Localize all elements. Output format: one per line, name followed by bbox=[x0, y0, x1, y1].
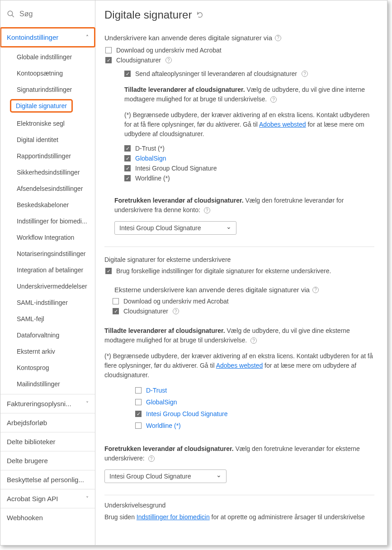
sidebar-item[interactable]: Elektroniske segl bbox=[0, 115, 95, 132]
checkbox-provider[interactable]: D-Trust (*) bbox=[124, 143, 374, 153]
checkbox-send-provider[interactable]: Send aftaleoplysninger til leverandøren … bbox=[124, 69, 374, 79]
preferred-provider-dropdown-ext[interactable]: Intesi Group Cloud Signature bbox=[104, 469, 227, 483]
checkbox-label: Intesi Group Cloud Signature bbox=[135, 165, 217, 172]
sidebar-item[interactable]: SAML-indstillinger bbox=[0, 294, 95, 311]
section-external-via: Eksterne underskrivere kan anvende deres… bbox=[114, 286, 374, 294]
checkbox-icon bbox=[113, 298, 119, 304]
nav-group[interactable]: Arbejdsforløb bbox=[0, 413, 95, 432]
nav-group[interactable]: Delte brugere bbox=[0, 451, 95, 470]
info-icon[interactable]: ? bbox=[165, 57, 172, 63]
info-icon[interactable]: ? bbox=[250, 337, 257, 344]
sidebar-item[interactable]: Beskedskabeloner bbox=[0, 197, 95, 213]
checkbox-label: Send aftaleoplysninger til leverandøren … bbox=[135, 70, 297, 77]
refresh-icon[interactable] bbox=[196, 11, 203, 19]
sidebar-item[interactable]: Globale indstillinger bbox=[0, 49, 95, 65]
nav-group-label: Webhooken bbox=[7, 514, 43, 522]
info-icon[interactable]: ? bbox=[173, 308, 179, 314]
checkbox-label: Download og underskriv med Acrobat bbox=[116, 47, 222, 54]
content: Digitale signaturer Underskrivere kan an… bbox=[95, 0, 387, 545]
preferred-provider-text: Foretrukken leverandør af cloudsignature… bbox=[114, 196, 374, 215]
svg-line-1 bbox=[12, 15, 14, 17]
nav-group-label: Delte brugere bbox=[7, 457, 48, 465]
section-external-signers: Digitale signaturer for eksterne undersk… bbox=[104, 256, 374, 263]
checkbox-icon bbox=[105, 57, 112, 63]
nav-group[interactable]: Faktureringsoplysni...˅ bbox=[0, 394, 95, 413]
search-row bbox=[0, 0, 95, 28]
nav-group-account-settings[interactable]: Kontoindstillinger ˄ bbox=[0, 28, 95, 47]
sidebar-item[interactable]: Sikkerhedsindstillinger bbox=[0, 164, 95, 180]
checkbox-label: D-Trust (*) bbox=[135, 145, 165, 152]
info-icon[interactable]: ? bbox=[270, 96, 277, 103]
adobe-website-link[interactable]: Adobes websted bbox=[259, 121, 306, 128]
sidebar-item[interactable]: Workflow Integration bbox=[0, 229, 95, 246]
adobe-website-link[interactable]: Adobes websted bbox=[216, 362, 263, 369]
info-icon[interactable]: ? bbox=[148, 455, 155, 462]
divider bbox=[104, 495, 374, 495]
nav-group-label: Kontoindstillinger bbox=[7, 33, 58, 41]
sidebar-item[interactable]: Integration af betalinger bbox=[0, 262, 95, 278]
checkbox-provider[interactable]: GlobalSign bbox=[135, 396, 374, 408]
checkbox-provider[interactable]: Intesi Group Cloud Signature bbox=[135, 408, 374, 420]
checkbox-icon bbox=[113, 308, 119, 314]
section-heading-text: Underskrivere kan anvende deres digitale… bbox=[104, 34, 272, 42]
sidebar-item[interactable]: Kontosprog bbox=[0, 360, 95, 376]
checkbox-label: Cloudsignaturer bbox=[116, 57, 161, 64]
checkbox-label: Brug forskellige indstillinger for digit… bbox=[116, 267, 331, 275]
sidebar-item[interactable]: Notariseringsindstillinger bbox=[0, 246, 95, 262]
checkbox-label: Intesi Group Cloud Signature bbox=[146, 410, 228, 417]
sidebar-item[interactable]: Underskrivermeddelelser bbox=[0, 278, 95, 294]
preferred-provider-dropdown[interactable]: Intesi Group Cloud Signature bbox=[114, 221, 236, 235]
sidebar-item[interactable]: Digitale signaturer bbox=[10, 100, 72, 112]
checkbox-provider[interactable]: Intesi Group Cloud Signature bbox=[124, 163, 374, 173]
svg-point-0 bbox=[8, 11, 13, 16]
checkbox-provider[interactable]: Worldline (*) bbox=[135, 420, 374, 431]
info-icon[interactable]: ? bbox=[275, 35, 281, 41]
nav-group-label: Arbejdsforløb bbox=[7, 419, 47, 427]
checkbox-icon bbox=[124, 71, 131, 77]
sidebar-item[interactable]: Afsendelsesindstillinger bbox=[0, 180, 95, 197]
sidebar-item[interactable]: Indstillinger for biomedi... bbox=[0, 213, 95, 229]
restricted-note-ext: (*) Begrænsede udbydere, der kræver akti… bbox=[104, 351, 374, 380]
sidebar-item[interactable]: Rapportindstillinger bbox=[0, 148, 95, 164]
sidebar-item[interactable]: Digital identitet bbox=[0, 132, 95, 148]
sidebar-item[interactable]: Signaturindstillinger bbox=[0, 81, 95, 98]
checkbox-download-acrobat[interactable]: Download og underskriv med Acrobat bbox=[105, 45, 374, 55]
nav-group[interactable]: Webhooken bbox=[0, 508, 95, 527]
provider-list-external: D-TrustGlobalSignIntesi Group Cloud Sign… bbox=[134, 384, 374, 431]
page-title: Digitale signaturer bbox=[104, 9, 374, 21]
checkbox-provider[interactable]: GlobalSign bbox=[124, 153, 374, 163]
search-input[interactable] bbox=[19, 10, 110, 18]
checkbox-icon bbox=[135, 411, 142, 417]
checkbox-label: Worldline (*) bbox=[135, 175, 170, 182]
checkbox-cloud-signatures-ext[interactable]: Cloudsignaturer ? bbox=[113, 306, 374, 316]
allowed-providers-text: Tilladte leverandører af cloudsignaturer… bbox=[124, 85, 374, 104]
checkbox-use-different-external[interactable]: Brug forskellige indstillinger for digit… bbox=[105, 266, 374, 276]
dropdown-value: Intesi Group Cloud Signature bbox=[119, 224, 201, 232]
page-title-text: Digitale signaturer bbox=[104, 9, 192, 21]
sidebar-item[interactable]: Eksternt arkiv bbox=[0, 343, 95, 360]
nav-sub-items: Globale indstillingerKontoopsætningSigna… bbox=[0, 47, 95, 394]
nav-group[interactable]: Acrobat Sign API˅ bbox=[0, 489, 95, 508]
nav-group-label: Delte biblioteker bbox=[7, 438, 56, 446]
info-icon[interactable]: ? bbox=[204, 207, 210, 213]
sidebar-item[interactable]: SAML-fejl bbox=[0, 311, 95, 327]
dropdown-value: Intesi Group Cloud Signature bbox=[109, 473, 191, 480]
checkbox-provider[interactable]: Worldline (*) bbox=[124, 173, 374, 183]
info-icon[interactable]: ? bbox=[302, 71, 308, 77]
info-icon[interactable]: ? bbox=[312, 287, 319, 293]
restricted-note: (*) Begrænsede udbydere, der kræver akti… bbox=[124, 110, 374, 139]
checkbox-icon bbox=[135, 422, 142, 429]
nav-group[interactable]: Beskyttelse af personlig... bbox=[0, 470, 95, 489]
nav-group[interactable]: Delte biblioteker bbox=[0, 432, 95, 451]
section-signing-reason: Underskrivelsesgrund bbox=[104, 502, 374, 509]
checkbox-label: D-Trust bbox=[146, 387, 167, 394]
checkbox-label: GlobalSign bbox=[135, 155, 166, 162]
checkbox-provider[interactable]: D-Trust bbox=[135, 384, 374, 396]
sidebar-item[interactable]: Mailindstillinger bbox=[0, 376, 95, 392]
checkbox-download-acrobat-ext[interactable]: Download og underskriv med Acrobat bbox=[113, 296, 374, 306]
checkbox-cloud-signatures[interactable]: Cloudsignaturer ? bbox=[105, 55, 374, 65]
sidebar-item[interactable]: Kontoopsætning bbox=[0, 65, 95, 81]
preferred-provider-text-ext: Foretrukken leverandør af cloudsignature… bbox=[104, 444, 374, 463]
biomedicine-settings-link[interactable]: Indstillinger for biomedicin bbox=[137, 513, 210, 521]
sidebar-item[interactable]: Dataforvaltning bbox=[0, 327, 95, 343]
